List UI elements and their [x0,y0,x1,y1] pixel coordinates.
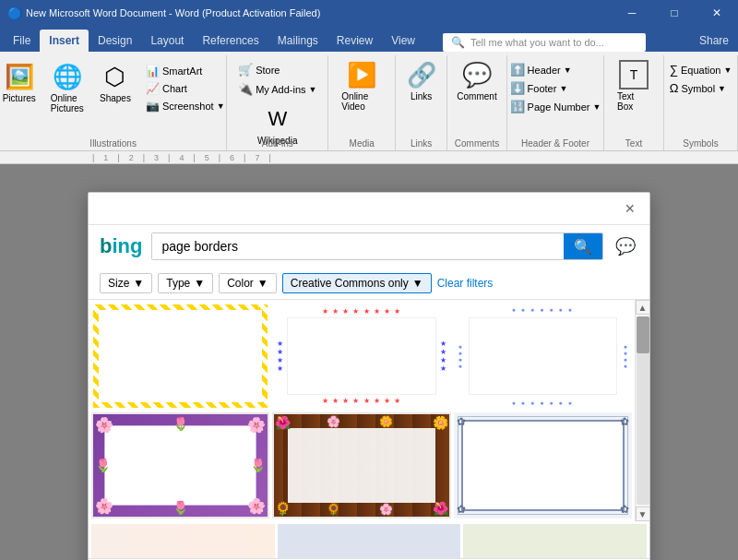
text-group: T Text Box Text [604,55,664,150]
symbols-group: ∑ Equation ▼ Ω Symbol ▼ Symbols [664,55,738,150]
grid-scrollbar[interactable]: ▲ ▼ [635,300,649,521]
equation-button[interactable]: ∑ Equation ▼ [665,61,737,78]
tab-mailings[interactable]: Mailings [268,30,327,52]
tab-references[interactable]: References [193,30,268,52]
dialog-close-button[interactable]: ✕ [620,198,640,219]
close-button[interactable]: ✕ [696,0,738,26]
grid-item-6[interactable]: ✿ ✿ ✿ ✿ [454,412,632,519]
chart-label: Chart [162,83,187,94]
grid-item-5[interactable]: 🌺 🌼 🌻 🌺 🌸 🌼 🌻 🌸 [272,412,450,519]
page-number-button[interactable]: 🔢 Page Number ▼ [506,98,606,115]
header-button[interactable]: ⬆️ Header ▼ [506,61,606,78]
ribbon-search-container[interactable]: 🔍 Tell me what you want to do... [443,33,646,52]
bing-search-box[interactable]: 🔍 [151,232,603,260]
tab-design[interactable]: Design [89,30,141,52]
pictures-button[interactable]: 🖼️ Pictures [0,59,42,106]
shapes-button[interactable]: ⬡ Shapes [93,59,137,106]
scrollbar-track [637,316,649,505]
scrollbar-down-button[interactable]: ▼ [636,506,650,521]
equation-label: Equation [681,65,720,76]
comment-label: Comment [457,91,496,101]
store-icon: 🛒 [238,63,253,77]
textbox-button[interactable]: T Text Box [612,57,656,114]
links-button[interactable]: 🔗 Links [399,57,444,104]
symbols-group-label: Symbols [664,138,737,149]
smartart-label: SmartArt [162,66,202,77]
image-grid: ★ ★ ★ ★ ★ ★ ★ ★ ★ ★ ★ ★ ★ ★ ★ ★ ★★★★ ★★★… [89,300,635,521]
store-button[interactable]: 🛒 Store [233,61,284,78]
bing-dialog: ✕ bing 🔍 💬 Size ▼ Type [88,192,650,560]
media-label: Media [328,138,395,149]
dialog-titlebar: ✕ [89,193,649,225]
title-bar-controls: ─ □ ✕ [611,0,738,26]
creative-commons-chevron: ▼ [412,277,423,290]
comments-group-label: Comments [447,138,506,149]
grid-item-1[interactable] [91,303,269,410]
myaddin-dropdown-icon: ▼ [309,85,317,94]
tab-review[interactable]: Review [327,30,382,52]
comment-button[interactable]: 💬 Comment [451,57,502,104]
bing-search-button[interactable]: 🔍 [564,233,602,259]
image-grid-container: ★ ★ ★ ★ ★ ★ ★ ★ ★ ★ ★ ★ ★ ★ ★ ★ ★★★★ ★★★… [89,300,649,521]
screenshot-label: Screenshot [162,101,214,112]
type-filter[interactable]: Type ▼ [158,273,213,293]
scrollbar-up-button[interactable]: ▲ [636,300,650,315]
addins-group: 🛒 Store 🔌 My Add-ins ▼ W Wikipedia Add-i… [227,55,328,150]
online-pictures-button[interactable]: 🌐 Online Pictures [45,59,89,116]
scrollbar-thumb[interactable] [637,316,649,353]
screenshot-button[interactable]: 📷 Screenshot ▼ [141,98,230,114]
illustrations-group: 🖼️ Pictures 🌐 Online Pictures ⬡ Shapes 📊… [0,55,227,150]
creative-commons-label: Creative Commons only [291,277,409,290]
symbol-button[interactable]: Ω Symbol ▼ [665,79,737,97]
bing-search-input[interactable] [152,233,564,259]
links-group: 🔗 Links Links [396,55,447,150]
symbol-label: Symbol [681,83,715,94]
color-filter[interactable]: Color ▼ [219,273,277,293]
tab-insert[interactable]: Insert [40,30,89,52]
pictures-icon: 🖼️ [5,62,34,91]
links-label-group: Links [396,138,446,149]
smartart-button[interactable]: 📊 SmartArt [141,63,230,79]
myaddin-button[interactable]: 🔌 My Add-ins ▼ [233,80,321,98]
dialog-chat-icon[interactable]: 💬 [613,233,638,259]
minimize-button[interactable]: ─ [611,0,653,26]
type-filter-label: Type [166,277,190,290]
grid-item-2[interactable]: ★ ★ ★ ★ ★ ★ ★ ★ ★ ★ ★ ★ ★ ★ ★ ★ ★★★★ ★★★… [272,303,450,410]
textbox-icon: T [619,60,649,89]
comments-group: 💬 Comment Comments [447,55,507,150]
pictures-label: Pictures [3,93,36,103]
tab-file[interactable]: File [4,30,40,52]
online-video-button[interactable]: ▶️ Online Video [336,57,387,114]
equation-icon: ∑ [670,63,678,77]
store-label: Store [256,65,280,76]
size-filter[interactable]: Size ▼ [100,273,152,293]
smartart-icon: 📊 [146,65,160,77]
tab-view[interactable]: View [382,30,424,52]
ruler: | 1 | 2 | 3 | 4 | 5 | 6 | 7 | [0,151,738,164]
maximize-button[interactable]: □ [653,0,696,26]
tab-share[interactable]: Share [690,30,738,52]
header-label: Header [528,65,561,76]
grid-item-4[interactable]: 🌸 🌸 🌸 🌸 🌷 🌷 🌷 🌷 [91,412,269,519]
links-label: Links [411,91,432,101]
header-icon: ⬆️ [510,63,525,77]
symbol-icon: Ω [670,81,679,95]
ribbon-search-area: 🔍 Tell me what you want to do... [424,33,690,52]
header-footer-group-label: Header & Footer [507,138,603,149]
shapes-label: Shapes [100,93,131,103]
screenshot-icon: 📷 [146,100,160,113]
header-footer-buttons: ⬆️ Header ▼ ⬇️ Footer ▼ 🔢 Page Number ▼ [506,57,606,115]
chart-button[interactable]: 📈 Chart [141,80,230,97]
creative-commons-filter[interactable]: Creative Commons only ▼ [282,273,432,293]
comment-icon: 💬 [462,60,492,89]
tab-layout[interactable]: Layout [141,30,193,52]
footer-button[interactable]: ⬇️ Footer ▼ [506,79,606,97]
size-filter-label: Size [108,277,129,290]
clear-filters-link[interactable]: Clear filters [437,277,494,290]
size-filter-chevron: ▼ [133,277,144,290]
screenshot-dropdown-icon: ▼ [217,101,225,111]
filter-bar: Size ▼ Type ▼ Color ▼ Creative Commons o… [89,268,649,300]
text-group-label: Text [604,138,663,149]
grid-item-3[interactable]: ● ● ● ● ● ● ● ● ● ● ● ● ● ● ●●●● ●●●● [454,303,632,410]
chart-icon: 📈 [146,82,160,95]
